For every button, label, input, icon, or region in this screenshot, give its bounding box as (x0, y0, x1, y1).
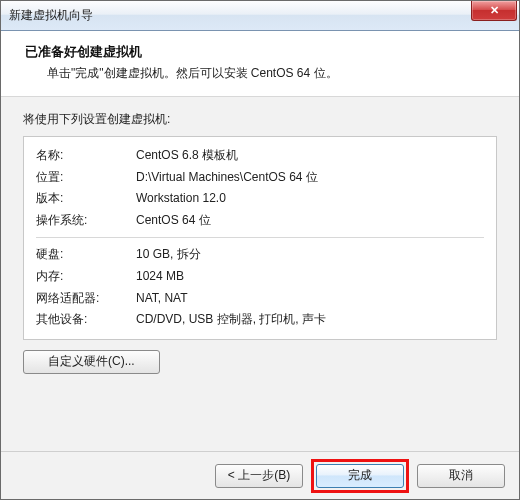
summary-value: 10 GB, 拆分 (136, 244, 484, 266)
footer-pane: < 上一步(B) 完成 取消 (1, 451, 519, 499)
divider (36, 237, 484, 238)
summary-row: 网络适配器:NAT, NAT (36, 288, 484, 310)
summary-value: D:\Virtual Machines\CentOS 64 位 (136, 167, 484, 189)
customize-hardware-button[interactable]: 自定义硬件(C)... (23, 350, 160, 374)
finish-button[interactable]: 完成 (316, 464, 404, 488)
titlebar: 新建虚拟机向导 ✕ (1, 1, 519, 31)
body-pane: 将使用下列设置创建虚拟机: 名称:CentOS 6.8 模板机 位置:D:\Vi… (1, 97, 519, 451)
finish-highlight: 完成 (311, 459, 409, 493)
back-button[interactable]: < 上一步(B) (215, 464, 303, 488)
customize-row: 自定义硬件(C)... (23, 350, 497, 374)
summary-label: 其他设备: (36, 309, 136, 331)
summary-value: 1024 MB (136, 266, 484, 288)
summary-intro: 将使用下列设置创建虚拟机: (23, 111, 497, 128)
close-icon: ✕ (490, 4, 499, 17)
summary-box: 名称:CentOS 6.8 模板机 位置:D:\Virtual Machines… (23, 136, 497, 340)
page-subtitle: 单击"完成"创建虚拟机。然后可以安装 CentOS 64 位。 (25, 65, 495, 82)
header-pane: 已准备好创建虚拟机 单击"完成"创建虚拟机。然后可以安装 CentOS 64 位… (1, 31, 519, 97)
summary-label: 操作系统: (36, 210, 136, 232)
window-title: 新建虚拟机向导 (9, 7, 93, 24)
summary-row: 操作系统:CentOS 64 位 (36, 210, 484, 232)
summary-row: 版本:Workstation 12.0 (36, 188, 484, 210)
summary-label: 网络适配器: (36, 288, 136, 310)
wizard-window: 新建虚拟机向导 ✕ 已准备好创建虚拟机 单击"完成"创建虚拟机。然后可以安装 C… (0, 0, 520, 500)
summary-value: Workstation 12.0 (136, 188, 484, 210)
summary-label: 硬盘: (36, 244, 136, 266)
summary-value: CentOS 6.8 模板机 (136, 145, 484, 167)
summary-row: 名称:CentOS 6.8 模板机 (36, 145, 484, 167)
summary-row: 位置:D:\Virtual Machines\CentOS 64 位 (36, 167, 484, 189)
cancel-button[interactable]: 取消 (417, 464, 505, 488)
summary-label: 名称: (36, 145, 136, 167)
close-button[interactable]: ✕ (471, 1, 517, 21)
summary-row: 其他设备:CD/DVD, USB 控制器, 打印机, 声卡 (36, 309, 484, 331)
summary-value: CD/DVD, USB 控制器, 打印机, 声卡 (136, 309, 484, 331)
summary-value: NAT, NAT (136, 288, 484, 310)
summary-row: 内存:1024 MB (36, 266, 484, 288)
summary-label: 内存: (36, 266, 136, 288)
summary-value: CentOS 64 位 (136, 210, 484, 232)
summary-row: 硬盘:10 GB, 拆分 (36, 244, 484, 266)
page-title: 已准备好创建虚拟机 (25, 43, 495, 61)
summary-label: 版本: (36, 188, 136, 210)
summary-label: 位置: (36, 167, 136, 189)
